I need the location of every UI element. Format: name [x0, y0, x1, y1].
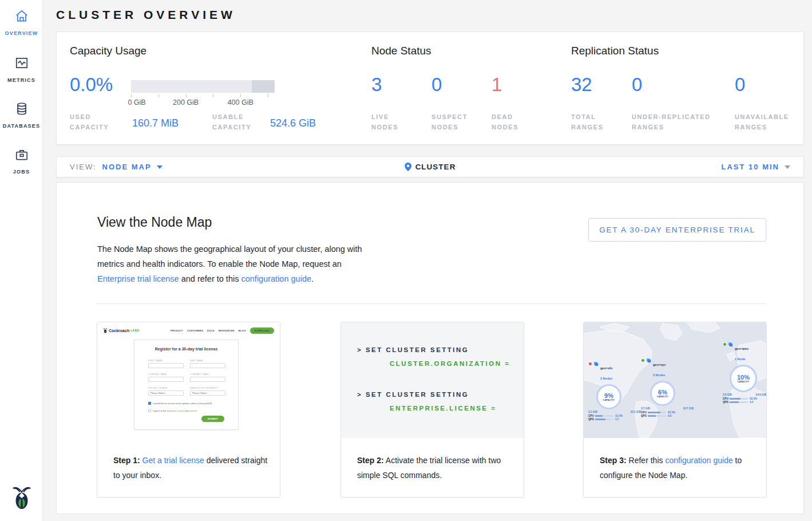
cluster-summary-card: Capacity Usage 0.0% 0 GiB 200 GiB 400 Gi… [56, 31, 804, 145]
node-cube-icon [646, 358, 651, 363]
axis-tick-label: 400 GiB [228, 98, 253, 106]
live-status-icon [723, 342, 727, 346]
configuration-guide-link-step3[interactable]: configuration guide [665, 456, 732, 465]
enterprise-trial-license-link[interactable]: Enterprise trial license [97, 274, 179, 283]
home-icon [14, 9, 29, 23]
node-status-title: Node Status [371, 45, 431, 57]
node-map-panel: View the Node Map The Node Map shows the… [56, 182, 804, 514]
dead-nodes-count: 1 [492, 74, 502, 96]
mini-site-header: Cockroach LABS PRODUCTCUSTOMERSDOCSRESOU… [103, 326, 274, 335]
live-nodes-count: 3 [371, 74, 382, 96]
metrics-icon [14, 56, 29, 70]
time-range-dropdown[interactable]: LAST 10 MIN [722, 163, 790, 171]
sidebar-item-databases[interactable]: DATABASES [0, 101, 43, 130]
used-capacity-value: 160.7 MiB [132, 117, 179, 129]
dead-status-icon [588, 362, 592, 366]
node-cube-icon [593, 361, 599, 366]
under-replicated-ranges-label: UNDER-REPLICATEDRANGES [632, 112, 711, 132]
step2-label: Step 2: [357, 456, 384, 465]
capacity-usage-title: Capacity Usage [70, 45, 146, 57]
chevron-down-icon [785, 165, 790, 169]
mini-checkbox-license: I agree to the Software License Agreemen… [148, 409, 197, 412]
step2-card: > SET CLUSTER SETTING CLUSTER.ORGANIZATI… [340, 322, 524, 498]
configuration-guide-link[interactable]: configuration guide [241, 274, 311, 283]
total-ranges-count: 32 [571, 74, 592, 96]
mini-cockroach-logo: Cockroach LABS [103, 327, 139, 334]
get-trial-license-link[interactable]: Get a trial license [142, 456, 204, 465]
cockroachdb-logo [0, 484, 43, 513]
location-pin-icon [405, 163, 411, 171]
unavailable-ranges-label: UNAVAILABLERANGES [735, 112, 789, 132]
view-selector-dropdown[interactable]: VIEW: NODE MAP [70, 163, 163, 171]
time-range-value: LAST 10 MIN [722, 163, 779, 171]
cluster-overview-page: OVERVIEW METRICS DATABASES JOBS [0, 0, 812, 521]
view-value: NODE MAP [102, 163, 152, 171]
unavailable-ranges-count: 0 [735, 74, 745, 96]
sidebar-item-label: DATABASES [3, 123, 40, 129]
cluster-breadcrumb[interactable]: CLUSTER [405, 163, 456, 171]
sidebar-item-label: METRICS [7, 77, 35, 83]
view-toolbar: VIEW: NODE MAP CLUSTER LAST 10 MIN [56, 156, 804, 177]
step1-label: Step 1: [113, 456, 140, 465]
step1-card: Cockroach LABS PRODUCTCUSTOMERSDOCSRESOU… [97, 322, 280, 498]
description-text: and refer to this [179, 274, 241, 283]
capacity-used-percent: 0.0% [70, 74, 113, 96]
trial-license-site-thumbnail: Cockroach LABS PRODUCTCUSTOMERSDOCSRESOU… [97, 322, 280, 438]
capacity-bar: 0 GiB 200 GiB 400 GiB [131, 80, 275, 108]
step3-text: Refer this [627, 456, 666, 465]
mini-registration-form: Register for a 30-day trial license FIRS… [134, 340, 239, 430]
usable-capacity-label: USABLECAPACITY [212, 112, 251, 132]
sql-commands-thumbnail: > SET CLUSTER SETTING CLUSTER.ORGANIZATI… [341, 322, 524, 438]
node-map-thumbnail: geo=sfo2 Nodes 9% CAPACITY 3.2 GiB33.1 G… [584, 322, 766, 438]
sidebar-item-overview[interactable]: OVERVIEW [0, 9, 43, 37]
step2-caption: Step 2: Activate the trial license with … [357, 453, 512, 483]
get-enterprise-trial-button[interactable]: GET A 30-DAY ENTERPRISE TRIAL [588, 218, 766, 242]
mini-submit-button: SUBMIT [201, 416, 224, 422]
databases-icon [14, 101, 29, 116]
axis-tick-label: 0 GiB [128, 98, 145, 106]
capacity-bar-reserved-segment [252, 80, 275, 93]
chevron-down-icon [157, 165, 163, 169]
used-capacity-label: USEDCAPACITY [70, 112, 109, 132]
sidebar-item-label: JOBS [13, 169, 30, 175]
divider [97, 303, 766, 304]
map-gauge-ams: geo=ams1 Node 10% CAPACITY 3.6 GiB34.6 G… [723, 342, 766, 404]
view-label: VIEW: [70, 163, 97, 171]
sidebar: OVERVIEW METRICS DATABASES JOBS [0, 0, 43, 521]
step3-label: Step 3: [600, 456, 627, 465]
step3-caption: Step 3: Refer this configuration guide t… [600, 453, 755, 483]
sidebar-item-jobs[interactable]: JOBS [0, 147, 43, 176]
node-cube-icon [728, 342, 733, 347]
page-background [43, 514, 812, 521]
suspect-nodes-count: 0 [431, 74, 442, 96]
axis-tick-label: 200 GiB [173, 98, 199, 106]
capacity-axis-ticks [131, 94, 275, 97]
live-status-icon [641, 358, 645, 362]
node-map-description: The Node Map shows the geographical layo… [97, 242, 365, 286]
sidebar-item-metrics[interactable]: METRICS [0, 56, 43, 84]
map-gauge-sfo: geo=sfo2 Nodes 9% CAPACITY 3.2 GiB33.1 G… [588, 361, 641, 421]
mini-checkbox-updates: I would like to receive email updates ab… [148, 402, 212, 405]
brand-text: LABS [130, 329, 139, 332]
node-map-heading: View the Node Map [97, 215, 212, 230]
suspect-nodes-label: SUSPECTNODES [431, 112, 468, 132]
step1-caption: Step 1: Get a trial license delivered st… [113, 453, 268, 483]
usable-capacity-value: 524.6 GiB [270, 117, 316, 129]
mini-download-button: DOWNLOAD [250, 327, 274, 334]
map-gauge-nyc: geo=nyc2 Nodes 6% CAPACITY 3.7 GiB43.7 G… [641, 358, 694, 417]
total-ranges-label: TOTALRANGES [571, 112, 604, 132]
mini-site-nav: PRODUCTCUSTOMERSDOCSRESOURCESBLOG DOWNLO… [171, 327, 274, 334]
description-text: . [311, 274, 314, 283]
page-title: CLUSTER OVERVIEW [56, 8, 236, 22]
jobs-icon [14, 147, 29, 162]
dead-nodes-label: DEADNODES [492, 112, 518, 132]
sidebar-item-label: OVERVIEW [5, 30, 38, 36]
cluster-label: CLUSTER [415, 163, 456, 171]
live-nodes-label: LIVENODES [371, 112, 398, 132]
under-replicated-ranges-count: 0 [632, 74, 642, 96]
brand-text: Cockroach [109, 329, 129, 333]
step3-card: geo=sfo2 Nodes 9% CAPACITY 3.2 GiB33.1 G… [583, 322, 767, 498]
mini-form-title: Register for a 30-day trial license [134, 347, 238, 351]
description-text: The Node Map shows the geographical layo… [97, 244, 362, 269]
replication-status-title: Replication Status [571, 45, 659, 57]
